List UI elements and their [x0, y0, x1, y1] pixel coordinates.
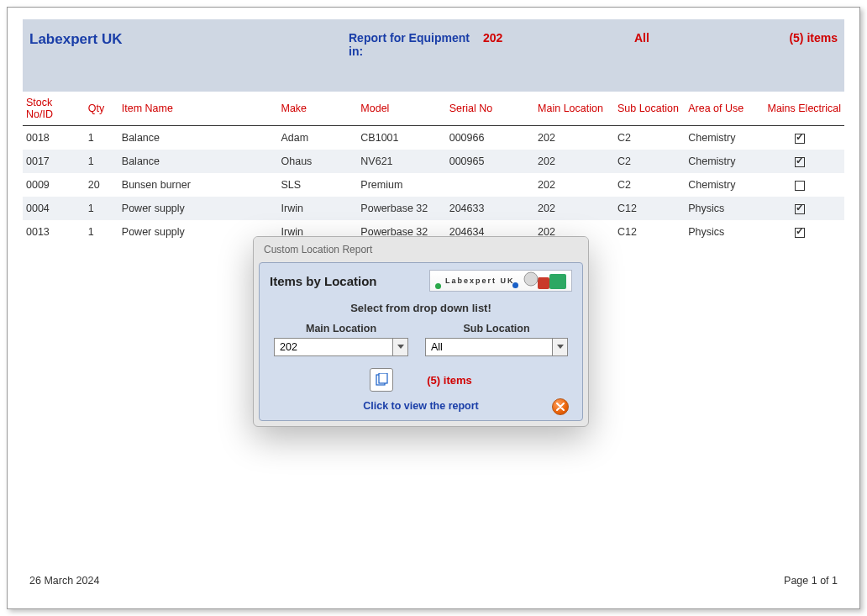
table-cell: 204633 — [446, 197, 534, 220]
table-cell: 1 — [85, 150, 118, 173]
dialog-subtitle: Select from drop down list! — [270, 302, 572, 314]
table-cell: 000965 — [446, 150, 534, 173]
dialog-title: Custom Location Report — [254, 237, 588, 262]
main-location-combo[interactable] — [274, 338, 408, 356]
table-row: 00181BalanceAdamCB1001000966202C2Chemist… — [23, 126, 844, 150]
table-cell: 202 — [534, 197, 614, 220]
sub-location-input[interactable] — [426, 339, 552, 355]
dialog-mid-row: (5) items — [270, 368, 572, 392]
col-serial: Serial No — [446, 92, 534, 126]
table-cell — [446, 173, 534, 197]
logo-text: Labexpert UK — [445, 276, 515, 285]
table-cell: 0009 — [23, 173, 85, 197]
mains-checkbox — [795, 157, 805, 167]
table-row: 00041Power supplyIrwinPowerbase 32204633… — [23, 197, 844, 220]
labexpert-logo: Labexpert UK — [429, 270, 572, 292]
dialog-bottom-row: Click to view the report — [270, 400, 572, 412]
equipment-table: Stock No/ID Qty Item Name Make Model Ser… — [23, 92, 844, 244]
table-cell: Bunsen burner — [118, 173, 278, 197]
table-cell: NV621 — [357, 150, 445, 173]
table-cell: 0017 — [23, 150, 85, 173]
col-main-location: Main Location — [534, 92, 614, 126]
table-cell: Powerbase 32 — [357, 197, 445, 220]
table-cell: 1 — [85, 220, 118, 244]
table-cell: Power supply — [118, 197, 278, 220]
table-cell: Balance — [118, 126, 278, 150]
report-location-value: 202 — [483, 31, 634, 45]
mains-checkbox — [795, 181, 805, 191]
svg-rect-1 — [538, 277, 549, 289]
table-cell: Chemistry — [685, 150, 755, 173]
table-cell: Ohaus — [278, 150, 358, 173]
footer-page: Page 1 of 1 — [784, 575, 838, 587]
svg-point-2 — [524, 272, 538, 286]
col-sub-location: Sub Location — [614, 92, 685, 126]
table-cell: Physics — [685, 220, 755, 244]
mains-checkbox — [795, 204, 805, 214]
table-cell: C12 — [614, 197, 685, 220]
table-cell: 0013 — [23, 220, 85, 244]
mains-cell — [756, 220, 844, 244]
close-button[interactable] — [552, 398, 569, 415]
col-item: Item Name — [118, 92, 278, 126]
table-cell: C2 — [614, 173, 685, 197]
table-cell: 202 — [534, 150, 614, 173]
table-cell: SLS — [278, 173, 358, 197]
chevron-down-icon — [557, 345, 564, 350]
table-cell: 202 — [534, 126, 614, 150]
dialog-heading: Items by Location — [270, 274, 377, 288]
table-cell: Chemistry — [685, 126, 755, 150]
table-cell: 0004 — [23, 197, 85, 220]
table-cell: Balance — [118, 150, 278, 173]
chevron-down-icon — [397, 345, 404, 350]
view-report-link[interactable]: Click to view the report — [363, 400, 479, 412]
table-cell: Chemistry — [685, 173, 755, 197]
report-count: (5) items — [760, 31, 838, 45]
table-header-row: Stock No/ID Qty Item Name Make Model Ser… — [23, 92, 844, 126]
table-cell: CB1001 — [357, 126, 445, 150]
table-cell: Physics — [685, 197, 755, 220]
table-cell: Premium — [357, 173, 445, 197]
dialog-count: (5) items — [427, 374, 471, 387]
table-cell: Adam — [278, 126, 358, 150]
table-cell: C2 — [614, 150, 685, 173]
dialog-header: Items by Location Labexpert UK — [270, 270, 572, 292]
sub-location-combo[interactable] — [425, 338, 568, 356]
table-cell: 202 — [534, 173, 614, 197]
sub-location-dropdown-btn[interactable] — [552, 339, 567, 355]
mains-cell — [756, 173, 844, 197]
table-cell: 0018 — [23, 126, 85, 150]
table-row: 00171BalanceOhausNV621000965202C2Chemist… — [23, 150, 844, 173]
mains-cell — [756, 197, 844, 220]
main-location-input[interactable] — [275, 339, 392, 355]
svg-rect-0 — [549, 274, 566, 289]
dialog-fields-row: Main Location Sub Location — [270, 323, 572, 356]
footer-date: 26 March 2024 — [29, 575, 99, 587]
col-area: Area of Use — [685, 92, 755, 126]
col-model: Model — [357, 92, 445, 126]
main-location-field: Main Location — [274, 323, 408, 356]
svg-rect-4 — [379, 373, 387, 383]
main-location-label: Main Location — [306, 323, 376, 334]
col-stock: Stock No/ID — [23, 92, 85, 126]
table-cell: C2 — [614, 126, 685, 150]
table-cell: 000966 — [446, 126, 534, 150]
main-location-dropdown-btn[interactable] — [392, 339, 407, 355]
table-cell: C12 — [614, 220, 685, 244]
report-for-label: Report for Equipment in: — [349, 31, 483, 58]
view-report-button[interactable] — [370, 368, 393, 392]
close-icon — [556, 403, 565, 411]
custom-location-dialog: Custom Location Report Items by Location… — [253, 236, 589, 427]
report-filter-value: All — [634, 31, 760, 45]
col-mains: Mains Electrical — [756, 92, 844, 126]
report-icon — [375, 373, 388, 387]
table-row: 000920Bunsen burnerSLSPremium202C2Chemis… — [23, 173, 844, 197]
mains-checkbox — [795, 134, 805, 144]
report-footer: 26 March 2024 Page 1 of 1 — [29, 575, 838, 587]
table-cell: 20 — [85, 173, 118, 197]
mains-cell — [756, 126, 844, 150]
report-page: Labexpert UK Report for Equipment in: 20… — [7, 7, 860, 609]
sub-location-label: Sub Location — [463, 323, 529, 334]
dialog-body: Items by Location Labexpert UK Select fr… — [259, 262, 583, 421]
col-qty: Qty — [85, 92, 118, 126]
